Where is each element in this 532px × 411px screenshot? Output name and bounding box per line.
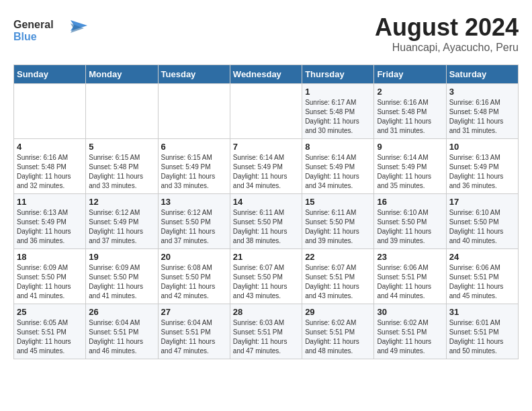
calendar-header-sunday: Sunday bbox=[14, 65, 86, 84]
calendar-cell: 30Sunrise: 6:02 AM Sunset: 5:51 PM Dayli… bbox=[374, 304, 446, 359]
title-block: August 2024 Huancapi, Ayacucho, Peru bbox=[375, 13, 519, 54]
logo: General Blue bbox=[13, 13, 87, 50]
calendar-cell: 19Sunrise: 6:09 AM Sunset: 5:50 PM Dayli… bbox=[86, 249, 158, 304]
day-info: Sunrise: 6:04 AM Sunset: 5:51 PM Dayligh… bbox=[89, 318, 154, 356]
day-number: 29 bbox=[305, 307, 371, 317]
calendar-cell: 31Sunrise: 6:01 AM Sunset: 5:51 PM Dayli… bbox=[446, 304, 518, 359]
calendar-cell: 28Sunrise: 6:03 AM Sunset: 5:51 PM Dayli… bbox=[230, 304, 302, 359]
calendar-cell: 14Sunrise: 6:11 AM Sunset: 5:50 PM Dayli… bbox=[230, 194, 302, 249]
calendar-cell: 5Sunrise: 6:15 AM Sunset: 5:48 PM Daylig… bbox=[86, 139, 158, 194]
calendar-header-wednesday: Wednesday bbox=[230, 65, 302, 84]
day-number: 26 bbox=[89, 307, 154, 317]
day-number: 31 bbox=[449, 307, 515, 317]
day-number: 27 bbox=[161, 307, 227, 317]
logo-text: General Blue bbox=[13, 13, 87, 50]
calendar-week-5: 25Sunrise: 6:05 AM Sunset: 5:51 PM Dayli… bbox=[14, 304, 519, 359]
day-info: Sunrise: 6:04 AM Sunset: 5:51 PM Dayligh… bbox=[161, 318, 227, 356]
day-number: 18 bbox=[17, 252, 83, 262]
day-number: 11 bbox=[17, 197, 83, 207]
day-number: 10 bbox=[449, 142, 515, 152]
calendar-header-monday: Monday bbox=[86, 65, 158, 84]
day-number: 23 bbox=[377, 252, 443, 262]
calendar-header-friday: Friday bbox=[374, 65, 446, 84]
day-info: Sunrise: 6:09 AM Sunset: 5:50 PM Dayligh… bbox=[89, 263, 154, 301]
calendar-cell: 29Sunrise: 6:02 AM Sunset: 5:51 PM Dayli… bbox=[302, 304, 374, 359]
calendar-table: SundayMondayTuesdayWednesdayThursdayFrid… bbox=[13, 64, 519, 359]
calendar-cell bbox=[86, 84, 158, 139]
day-number: 4 bbox=[17, 142, 83, 152]
day-info: Sunrise: 6:13 AM Sunset: 5:49 PM Dayligh… bbox=[449, 153, 515, 191]
calendar-cell: 13Sunrise: 6:12 AM Sunset: 5:50 PM Dayli… bbox=[158, 194, 230, 249]
svg-text:Blue: Blue bbox=[13, 31, 37, 42]
day-info: Sunrise: 6:09 AM Sunset: 5:50 PM Dayligh… bbox=[17, 263, 83, 301]
day-number: 12 bbox=[89, 197, 154, 207]
calendar-cell: 7Sunrise: 6:14 AM Sunset: 5:49 PM Daylig… bbox=[230, 139, 302, 194]
day-number: 20 bbox=[161, 252, 227, 262]
day-number: 17 bbox=[449, 197, 515, 207]
calendar-week-2: 4Sunrise: 6:16 AM Sunset: 5:48 PM Daylig… bbox=[14, 139, 519, 194]
day-number: 13 bbox=[161, 197, 227, 207]
day-number: 25 bbox=[17, 307, 83, 317]
day-info: Sunrise: 6:15 AM Sunset: 5:49 PM Dayligh… bbox=[161, 153, 227, 191]
day-number: 16 bbox=[377, 197, 443, 207]
page-header: General Blue August 2024 Huancapi, Ayacu… bbox=[13, 13, 519, 54]
calendar-cell: 17Sunrise: 6:10 AM Sunset: 5:50 PM Dayli… bbox=[446, 194, 518, 249]
day-number: 5 bbox=[89, 142, 154, 152]
calendar-header-tuesday: Tuesday bbox=[158, 65, 230, 84]
calendar-cell: 1Sunrise: 6:17 AM Sunset: 5:48 PM Daylig… bbox=[302, 84, 374, 139]
day-number: 22 bbox=[305, 252, 371, 262]
calendar-week-4: 18Sunrise: 6:09 AM Sunset: 5:50 PM Dayli… bbox=[14, 249, 519, 304]
day-info: Sunrise: 6:03 AM Sunset: 5:51 PM Dayligh… bbox=[233, 318, 299, 356]
day-info: Sunrise: 6:16 AM Sunset: 5:48 PM Dayligh… bbox=[377, 98, 443, 136]
day-info: Sunrise: 6:07 AM Sunset: 5:50 PM Dayligh… bbox=[233, 263, 299, 301]
day-number: 19 bbox=[89, 252, 154, 262]
calendar-cell: 23Sunrise: 6:06 AM Sunset: 5:51 PM Dayli… bbox=[374, 249, 446, 304]
day-info: Sunrise: 6:10 AM Sunset: 5:50 PM Dayligh… bbox=[449, 208, 515, 246]
calendar-subtitle: Huancapi, Ayacucho, Peru bbox=[375, 42, 519, 54]
calendar-header-saturday: Saturday bbox=[446, 65, 518, 84]
calendar-cell bbox=[230, 84, 302, 139]
day-number: 15 bbox=[305, 197, 371, 207]
calendar-cell: 16Sunrise: 6:10 AM Sunset: 5:50 PM Dayli… bbox=[374, 194, 446, 249]
day-number: 14 bbox=[233, 197, 299, 207]
day-number: 7 bbox=[233, 142, 299, 152]
calendar-cell: 9Sunrise: 6:14 AM Sunset: 5:49 PM Daylig… bbox=[374, 139, 446, 194]
calendar-cell: 15Sunrise: 6:11 AM Sunset: 5:50 PM Dayli… bbox=[302, 194, 374, 249]
day-info: Sunrise: 6:14 AM Sunset: 5:49 PM Dayligh… bbox=[233, 153, 299, 191]
calendar-week-1: 1Sunrise: 6:17 AM Sunset: 5:48 PM Daylig… bbox=[14, 84, 519, 139]
day-info: Sunrise: 6:06 AM Sunset: 5:51 PM Dayligh… bbox=[449, 263, 515, 301]
day-info: Sunrise: 6:07 AM Sunset: 5:51 PM Dayligh… bbox=[305, 263, 371, 301]
day-info: Sunrise: 6:13 AM Sunset: 5:49 PM Dayligh… bbox=[17, 208, 83, 246]
svg-text:General: General bbox=[13, 19, 54, 30]
day-number: 28 bbox=[233, 307, 299, 317]
calendar-cell: 26Sunrise: 6:04 AM Sunset: 5:51 PM Dayli… bbox=[86, 304, 158, 359]
calendar-cell: 12Sunrise: 6:12 AM Sunset: 5:49 PM Dayli… bbox=[86, 194, 158, 249]
day-info: Sunrise: 6:16 AM Sunset: 5:48 PM Dayligh… bbox=[449, 98, 515, 136]
day-number: 3 bbox=[449, 87, 515, 97]
day-info: Sunrise: 6:05 AM Sunset: 5:51 PM Dayligh… bbox=[17, 318, 83, 356]
day-info: Sunrise: 6:06 AM Sunset: 5:51 PM Dayligh… bbox=[377, 263, 443, 301]
calendar-cell: 3Sunrise: 6:16 AM Sunset: 5:48 PM Daylig… bbox=[446, 84, 518, 139]
calendar-week-3: 11Sunrise: 6:13 AM Sunset: 5:49 PM Dayli… bbox=[14, 194, 519, 249]
calendar-cell: 22Sunrise: 6:07 AM Sunset: 5:51 PM Dayli… bbox=[302, 249, 374, 304]
calendar-cell: 24Sunrise: 6:06 AM Sunset: 5:51 PM Dayli… bbox=[446, 249, 518, 304]
day-number: 8 bbox=[305, 142, 371, 152]
day-info: Sunrise: 6:08 AM Sunset: 5:50 PM Dayligh… bbox=[161, 263, 227, 301]
day-number: 21 bbox=[233, 252, 299, 262]
day-info: Sunrise: 6:10 AM Sunset: 5:50 PM Dayligh… bbox=[377, 208, 443, 246]
day-info: Sunrise: 6:14 AM Sunset: 5:49 PM Dayligh… bbox=[305, 153, 371, 191]
calendar-cell: 6Sunrise: 6:15 AM Sunset: 5:49 PM Daylig… bbox=[158, 139, 230, 194]
calendar-cell: 8Sunrise: 6:14 AM Sunset: 5:49 PM Daylig… bbox=[302, 139, 374, 194]
calendar-cell: 21Sunrise: 6:07 AM Sunset: 5:50 PM Dayli… bbox=[230, 249, 302, 304]
calendar-cell: 10Sunrise: 6:13 AM Sunset: 5:49 PM Dayli… bbox=[446, 139, 518, 194]
day-info: Sunrise: 6:11 AM Sunset: 5:50 PM Dayligh… bbox=[233, 208, 299, 246]
day-info: Sunrise: 6:14 AM Sunset: 5:49 PM Dayligh… bbox=[377, 153, 443, 191]
day-info: Sunrise: 6:16 AM Sunset: 5:48 PM Dayligh… bbox=[17, 153, 83, 191]
calendar-cell: 25Sunrise: 6:05 AM Sunset: 5:51 PM Dayli… bbox=[14, 304, 86, 359]
day-info: Sunrise: 6:02 AM Sunset: 5:51 PM Dayligh… bbox=[377, 318, 443, 356]
day-number: 1 bbox=[305, 87, 371, 97]
calendar-header-thursday: Thursday bbox=[302, 65, 374, 84]
day-info: Sunrise: 6:12 AM Sunset: 5:50 PM Dayligh… bbox=[161, 208, 227, 246]
day-info: Sunrise: 6:17 AM Sunset: 5:48 PM Dayligh… bbox=[305, 98, 371, 136]
day-number: 30 bbox=[377, 307, 443, 317]
